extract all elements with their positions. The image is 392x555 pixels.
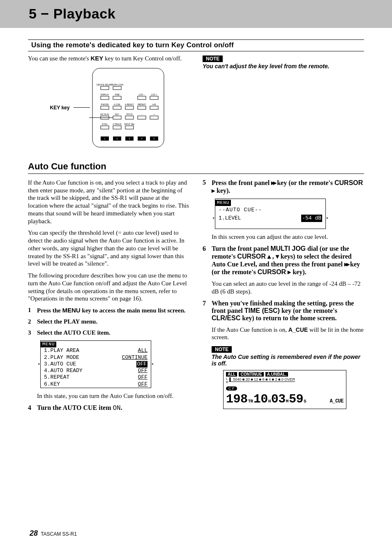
step-4: 4 Turn the AUTO CUE item ON. (28, 404, 189, 412)
chapter-title: 5 − Playback (29, 6, 115, 22)
svg-rect-20 (138, 106, 146, 109)
svg-text:LCD +: LCD + (151, 93, 157, 96)
svg-text:−: − (141, 113, 143, 116)
svg-text:A.CUE: A.CUE (114, 103, 121, 106)
remote-illustration: DEVICE SELECT FLASH LOAD DISPLAY TIME LC… (89, 67, 167, 149)
svg-rect-31 (138, 116, 146, 119)
svg-text:2: 2 (117, 137, 118, 140)
svg-text:4: 4 (141, 137, 143, 140)
note-label-1: NOTE (203, 56, 223, 62)
autocue-p2: You can specify the threshold level (= a… (28, 229, 189, 268)
svg-rect-14 (101, 106, 109, 109)
header-band: 5 − Playback (0, 0, 392, 28)
key-key-label: KEY key (50, 105, 70, 111)
svg-text:KEY: KEY (115, 113, 120, 116)
page-footer: 28 TASCAM SS-R1 (30, 529, 77, 538)
subheading-key-control: Using the remote's dedicated key to turn… (28, 39, 364, 51)
note-text-1: You can't adjust the key level from the … (203, 63, 364, 69)
svg-text:A-B: A-B (152, 103, 156, 106)
svg-text:A.READY: A.READY (125, 103, 134, 106)
step-2: 2 Select the PLAY menu. (28, 318, 189, 325)
autocue-p3: The following procedure describes how yo… (28, 272, 189, 303)
intro-text: You can use the remote's KEY key to turn… (28, 55, 189, 62)
after-lcd2-text: In this screen you can adjust the auto c… (212, 233, 364, 241)
svg-rect-6 (101, 96, 109, 99)
acue-lit-text: If the Auto Cue function is on, A_CUE wi… (212, 326, 364, 342)
svg-text:5: 5 (154, 137, 155, 140)
step-3: 3 Select the AUTO CUE item. (28, 329, 189, 336)
svg-rect-18 (125, 106, 134, 109)
svg-rect-16 (113, 106, 121, 109)
svg-rect-12 (150, 96, 158, 99)
svg-text:FLASH LOAD: FLASH LOAD (111, 83, 124, 86)
svg-text:INC PLAY: INC PLAY (100, 113, 110, 116)
lcd-autocue-level: MENU --AUTO CUE-- ◂1.LEVEL-54 dB▸ (215, 199, 326, 229)
svg-rect-2 (101, 86, 109, 90)
svg-rect-8 (113, 96, 121, 99)
svg-rect-4 (113, 86, 121, 90)
svg-text:DISPLAY: DISPLAY (101, 93, 109, 96)
home-screen-illustration: ALL CONTINUE A.UNBAL. LR ▌ 5040 ■ 20 ■ 1… (223, 370, 346, 409)
svg-text:A.TRACK: A.TRACK (113, 123, 122, 125)
svg-rect-26 (113, 116, 121, 119)
svg-rect-39 (125, 126, 134, 129)
after-lcd1-text: In this state, you can turn the Auto Cue… (37, 392, 189, 400)
svg-text:TIME: TIME (115, 93, 120, 96)
leader-line (74, 107, 90, 108)
svg-text:+: + (154, 113, 155, 116)
svg-text:1: 1 (104, 137, 106, 140)
svg-text:LCD −: LCD − (139, 93, 145, 96)
step-6: 6 Turn the front panel MULTI JOG dial (o… (203, 245, 364, 276)
svg-text:SYNC: SYNC (102, 123, 108, 125)
svg-rect-10 (138, 96, 146, 99)
svg-rect-33 (150, 116, 158, 119)
svg-rect-0 (92, 68, 164, 147)
step-7: 7 When you've finished making the settin… (203, 300, 364, 322)
section-heading-autocue: Auto Cue function (28, 161, 364, 174)
range-text: You can select an auto cue level in the … (212, 280, 364, 296)
svg-rect-35 (101, 126, 109, 129)
svg-text:INPUT SEL: INPUT SEL (125, 123, 135, 125)
lcd-menu-screenshot: MENU 1.PLAY AREAALL 2.PLAY MODECONTINUE … (40, 340, 151, 388)
svg-rect-29 (125, 116, 134, 119)
svg-text:REPEAT: REPEAT (138, 103, 146, 106)
svg-rect-22 (150, 106, 158, 109)
note-text-2: The Auto Cue setting is remembered even … (212, 354, 364, 367)
svg-rect-37 (113, 126, 121, 129)
svg-text:3: 3 (129, 137, 130, 140)
autocue-p1: If the Auto Cue function is on, and you … (28, 179, 189, 225)
svg-text:PITCH: PITCH (127, 113, 133, 116)
step-5: 5 Press the front panel ▸▸ key (or the r… (203, 179, 364, 194)
step-1: 1 Press the MENU key to access the main … (28, 307, 189, 314)
note-label-2: NOTE (212, 346, 232, 353)
svg-text:P.MODE: P.MODE (101, 103, 109, 106)
